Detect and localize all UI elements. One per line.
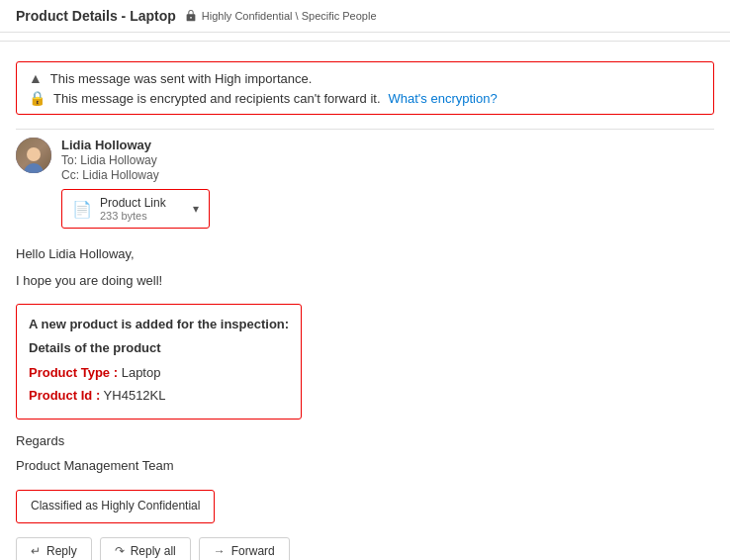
product-id-value: YH4512KL xyxy=(104,388,166,403)
sender-cc: Cc: Lidia Holloway xyxy=(61,168,714,182)
confidentiality-label: Highly Confidential \ Specific People xyxy=(202,10,377,22)
reply-label: Reply xyxy=(46,544,77,558)
sender-name: Lidia Holloway xyxy=(61,138,714,152)
avatar-image xyxy=(16,138,51,173)
attachment-info: Product Link 233 bytes xyxy=(100,196,185,222)
encryption-text: This message is encrypted and recipients… xyxy=(53,91,381,106)
reply-all-icon: ↷ xyxy=(115,544,125,558)
avatar xyxy=(16,138,51,173)
body-separator xyxy=(16,129,714,130)
sender-to: To: Lidia Holloway xyxy=(61,153,714,167)
team-name-text: Product Management Team xyxy=(16,456,714,477)
title-separator xyxy=(0,41,730,42)
attachment-file-icon: 📄 xyxy=(72,200,92,219)
sender-info: Lidia Holloway To: Lidia Holloway Cc: Li… xyxy=(61,138,714,229)
avatar-body xyxy=(24,163,44,173)
whats-encryption-link[interactable]: What's encryption? xyxy=(389,91,498,106)
confidentiality-badge: Highly Confidential \ Specific People xyxy=(184,9,377,23)
reply-all-label: Reply all xyxy=(131,544,176,558)
greeting-line: Hello Lidia Holloway, xyxy=(16,244,714,265)
classified-label: Classified as Highly Confidential xyxy=(31,499,200,513)
product-type-label: Product Type : xyxy=(29,365,118,380)
attachment-name: Product Link xyxy=(100,196,185,210)
email-body: ▲ This message was sent with High import… xyxy=(0,49,730,560)
reply-button[interactable]: ↵ Reply xyxy=(16,537,92,560)
forward-icon: → xyxy=(214,544,226,558)
regards-text: Regards xyxy=(16,431,714,452)
exclamation-icon: ▲ xyxy=(29,70,43,86)
chevron-down-icon: ▾ xyxy=(193,202,199,216)
action-buttons: ↵ Reply ↷ Reply all → Forward xyxy=(16,537,714,560)
attachment-size: 233 bytes xyxy=(100,210,185,222)
product-id-field: Product Id : YH4512KL xyxy=(29,386,289,407)
reply-all-button[interactable]: ↷ Reply all xyxy=(100,537,191,560)
title-bar: Product Details - Laptop Highly Confiden… xyxy=(0,0,730,33)
encryption-row: 🔒 This message is encrypted and recipien… xyxy=(29,90,701,106)
product-type-field: Product Type : Laptop xyxy=(29,363,289,384)
forward-label: Forward xyxy=(231,544,275,558)
lock-small-icon: 🔒 xyxy=(29,90,46,106)
product-id-label: Product Id : xyxy=(29,388,100,403)
sender-section: Lidia Holloway To: Lidia Holloway Cc: Li… xyxy=(16,138,714,229)
hello-text: Hello xyxy=(16,246,46,261)
product-details-heading: Details of the product xyxy=(29,338,289,359)
attachment-box[interactable]: 📄 Product Link 233 bytes ▾ xyxy=(61,189,210,229)
message-content: Hello Lidia Holloway, I hope you are doi… xyxy=(16,240,714,560)
lock-icon xyxy=(184,9,198,23)
importance-encryption-box: ▲ This message was sent with High import… xyxy=(16,61,714,115)
product-added-text: A new product is added for the inspectio… xyxy=(29,315,289,335)
email-title: Product Details - Laptop xyxy=(16,8,176,24)
forward-button[interactable]: → Forward xyxy=(199,537,290,560)
importance-text: This message was sent with High importan… xyxy=(50,71,312,86)
wellbeing-text: I hope you are doing well! xyxy=(16,271,714,292)
product-box: A new product is added for the inspectio… xyxy=(16,304,302,420)
product-type-value: Laptop xyxy=(122,365,161,380)
greeting-name: Lidia Holloway, xyxy=(46,246,135,261)
classified-badge: Classified as Highly Confidential xyxy=(16,490,215,522)
avatar-head xyxy=(27,147,41,161)
reply-icon: ↵ xyxy=(31,544,41,558)
avatar-person xyxy=(23,143,45,173)
importance-row: ▲ This message was sent with High import… xyxy=(29,70,701,86)
